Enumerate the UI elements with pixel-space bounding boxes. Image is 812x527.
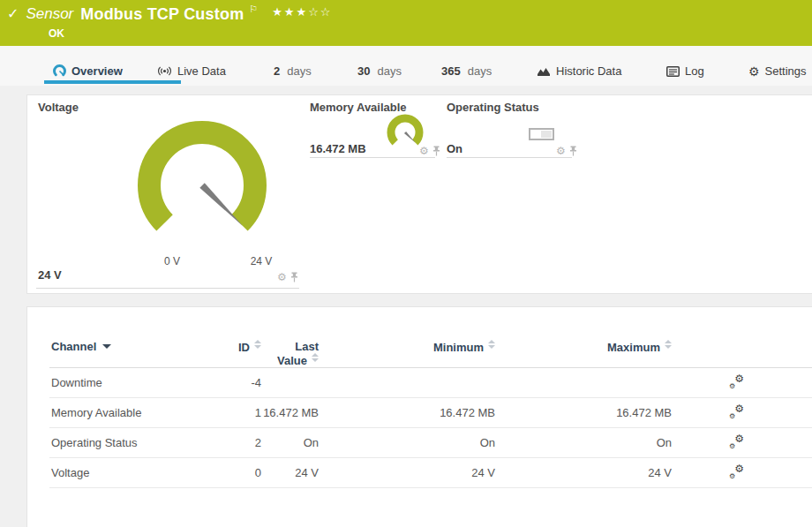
column-header-last-value[interactable]: Last Value bbox=[261, 328, 319, 368]
gear-icon[interactable]: ⚙ bbox=[277, 272, 287, 282]
gauge-needle bbox=[199, 183, 243, 226]
channel-maximum: 16.472 MB bbox=[495, 398, 672, 428]
channel-id: 0 bbox=[235, 458, 261, 488]
channel-id: 2 bbox=[235, 428, 261, 458]
column-label: Last bbox=[295, 340, 319, 353]
channel-last-value: On bbox=[261, 428, 319, 458]
channel-minimum bbox=[319, 368, 495, 398]
column-label: Value bbox=[277, 354, 307, 367]
channel-settings-icon[interactable]: ⚙⚙ bbox=[729, 375, 744, 388]
channel-name: Voltage bbox=[49, 458, 235, 488]
tab-label: days bbox=[287, 64, 311, 78]
tab-live-data[interactable]: Live Data bbox=[157, 64, 226, 78]
tab-settings[interactable]: ⚙ Settings bbox=[748, 64, 807, 78]
priority-stars[interactable]: ★★★☆☆ bbox=[272, 5, 332, 19]
memory-separator bbox=[310, 157, 435, 158]
voltage-gauge-min-label: 0 V bbox=[153, 255, 192, 267]
channel-maximum: 24 V bbox=[495, 458, 672, 488]
column-header-actions bbox=[672, 328, 812, 368]
voltage-current-value: 24 V bbox=[38, 268, 62, 282]
ok-check-icon: ✓ bbox=[7, 5, 19, 23]
gauges-panel: Voltage 0 V 24 V 24 V ⚙ Memory Available… bbox=[26, 94, 812, 294]
voltage-separator bbox=[36, 288, 299, 289]
gear-icon[interactable]: ⚙ bbox=[556, 146, 566, 156]
channel-id: -4 bbox=[235, 368, 261, 398]
sort-icon bbox=[312, 353, 319, 362]
channel-minimum: 16.472 MB bbox=[319, 398, 495, 428]
tab-2-days[interactable]: 2 days bbox=[274, 64, 312, 78]
table-row: Operating Status 2 On On On ⚙⚙ bbox=[49, 428, 812, 458]
channel-name: Downtime bbox=[49, 368, 235, 398]
favorite-flag-icon[interactable]: ⚐ bbox=[249, 4, 258, 15]
log-icon bbox=[666, 66, 680, 77]
voltage-gauge-max-label: 24 V bbox=[242, 255, 281, 267]
memory-current-value: 16.472 MB bbox=[310, 142, 366, 155]
column-header-channel[interactable]: Channel bbox=[49, 328, 235, 368]
voltage-gauge-title: Voltage bbox=[38, 101, 79, 114]
tab-label: Log bbox=[685, 64, 704, 78]
voltage-footer-icons: ⚙ bbox=[277, 272, 298, 282]
historic-data-icon bbox=[537, 66, 551, 77]
memory-gauge-title: Memory Available bbox=[310, 101, 407, 114]
tab-day-count: 30 bbox=[357, 64, 370, 78]
operating-current-value: On bbox=[447, 142, 462, 155]
settings-gear-icon: ⚙ bbox=[748, 65, 760, 78]
live-data-icon bbox=[157, 65, 172, 77]
channel-name: Memory Available bbox=[49, 398, 235, 428]
channel-last-value bbox=[261, 368, 319, 398]
column-header-id[interactable]: ID bbox=[235, 328, 261, 368]
channel-last-value: 16.472 MB bbox=[261, 398, 319, 428]
table-row: Memory Available 1 16.472 MB 16.472 MB 1… bbox=[49, 398, 812, 428]
sensor-status-bar: ✓ Sensor Modbus TCP Custom ⚐ ★★★☆☆ OK bbox=[0, 0, 812, 46]
operating-separator bbox=[447, 157, 572, 158]
tab-365-days[interactable]: 365 days bbox=[441, 64, 492, 78]
sort-icon bbox=[254, 340, 261, 349]
tab-overview[interactable]: Overview bbox=[53, 64, 123, 78]
sort-icon bbox=[488, 340, 495, 349]
tab-historic-data[interactable]: Historic Data bbox=[537, 64, 621, 78]
active-tab-underline bbox=[44, 80, 181, 84]
tab-label: days bbox=[468, 64, 492, 78]
voltage-gauge bbox=[109, 106, 295, 256]
tab-label: Historic Data bbox=[556, 64, 621, 78]
operating-status-toggle bbox=[529, 128, 554, 140]
channel-name: Operating Status bbox=[49, 428, 235, 458]
column-label: Minimum bbox=[433, 341, 484, 354]
channel-maximum bbox=[495, 368, 672, 398]
gauge-icon bbox=[53, 64, 66, 78]
tab-label: Live Data bbox=[177, 64, 226, 78]
tab-day-count: 365 bbox=[441, 64, 461, 78]
channel-settings-icon[interactable]: ⚙⚙ bbox=[729, 435, 744, 448]
sensor-title: Modbus TCP Custom bbox=[80, 5, 244, 23]
column-header-maximum[interactable]: Maximum bbox=[495, 328, 672, 368]
channel-settings-icon[interactable]: ⚙⚙ bbox=[729, 405, 744, 418]
tab-30-days[interactable]: 30 days bbox=[357, 64, 402, 78]
channel-minimum: On bbox=[319, 428, 495, 458]
table-header-row: Channel ID Last Value Minimum Maximum bbox=[49, 328, 812, 368]
tab-bar: Overview Live Data 2 days 30 days 365 da… bbox=[0, 46, 812, 86]
sensor-status-text: OK bbox=[49, 27, 64, 40]
table-row: Voltage 0 24 V 24 V 24 V ⚙⚙ bbox=[49, 458, 812, 488]
column-label: Channel bbox=[51, 340, 96, 353]
pin-icon[interactable] bbox=[569, 146, 577, 156]
gear-icon[interactable]: ⚙ bbox=[419, 146, 429, 156]
pin-icon[interactable] bbox=[290, 272, 298, 282]
sort-icon bbox=[665, 340, 672, 349]
column-label: Maximum bbox=[607, 341, 660, 354]
operating-footer-icons: ⚙ bbox=[556, 146, 577, 156]
toggle-knob bbox=[541, 131, 552, 138]
pin-icon[interactable] bbox=[432, 146, 440, 156]
channel-id: 1 bbox=[235, 398, 261, 428]
tab-label: days bbox=[377, 64, 401, 78]
channel-settings-icon[interactable]: ⚙⚙ bbox=[729, 465, 744, 478]
channel-minimum: 24 V bbox=[319, 458, 495, 488]
column-header-minimum[interactable]: Minimum bbox=[319, 328, 495, 368]
tab-day-count: 2 bbox=[274, 64, 280, 78]
object-kind-label: Sensor bbox=[26, 5, 73, 23]
gauge-needle bbox=[404, 132, 416, 143]
tab-log[interactable]: Log bbox=[666, 64, 704, 78]
memory-footer-icons: ⚙ bbox=[419, 146, 440, 156]
channel-last-value: 24 V bbox=[261, 458, 319, 488]
tab-label: Settings bbox=[765, 64, 807, 78]
channels-panel: Channel ID Last Value Minimum Maximum bbox=[26, 306, 812, 527]
